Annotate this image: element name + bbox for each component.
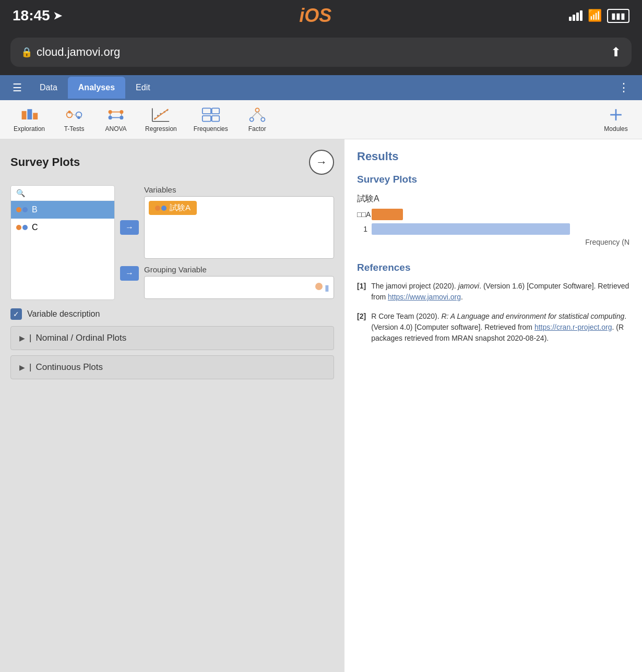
svg-rect-24: [203, 108, 211, 114]
continuous-section-separator: |: [29, 362, 31, 373]
assign-grouping-button[interactable]: →: [120, 266, 139, 281]
variable-list: 🔍 B C: [10, 185, 115, 300]
more-options-icon[interactable]: ⋮: [611, 77, 637, 99]
url-bar[interactable]: 🔒 cloud.jamovi.org ⬆: [10, 38, 632, 67]
ttests-icon: [64, 106, 85, 123]
svg-rect-26: [203, 116, 211, 122]
var-dot-c: [16, 225, 28, 230]
variable-list-item-c[interactable]: C: [11, 219, 114, 236]
grouping-icons: ▮: [315, 283, 329, 293]
lock-icon: 🔒: [21, 46, 32, 58]
anova-icon: [105, 106, 126, 123]
nominal-ordinal-section[interactable]: ▶ | Nominal / Ordinal Plots: [10, 326, 334, 350]
panel-header: Survey Plots →: [10, 150, 334, 175]
svg-point-6: [68, 111, 70, 113]
variables-target-box[interactable]: 試験A: [144, 196, 334, 259]
continuous-section-label: Continuous Plots: [35, 362, 103, 373]
svg-line-31: [252, 112, 257, 118]
continuous-collapse-arrow: ▶: [19, 363, 25, 371]
svg-rect-1: [27, 109, 32, 119]
modules-label: Modules: [604, 125, 627, 133]
system-icons: 📶 ▮▮▮: [569, 9, 629, 23]
factor-label: Factor: [248, 125, 266, 133]
chart-area: 試験A □□A 1 Frequency (N: [357, 194, 629, 246]
variable-description-checkbox[interactable]: ✓: [10, 308, 22, 320]
toolbar-item-factor[interactable]: Factor: [236, 103, 278, 136]
nominal-section-label: Nominal / Ordinal Plots: [35, 333, 126, 343]
tab-edit[interactable]: Edit: [125, 77, 161, 99]
left-panel: Survey Plots → 🔍 B: [0, 139, 344, 672]
main-content: Survey Plots → 🔍 B: [0, 139, 642, 672]
variable-targets: Variables 試験A Grouping Variable: [144, 185, 334, 300]
svg-point-7: [77, 116, 80, 119]
wifi-icon: 📶: [588, 9, 602, 22]
grouping-bar-icon: ▮: [325, 283, 329, 293]
arrow-buttons: → →: [120, 185, 139, 300]
url-text: cloud.jamovi.org: [37, 45, 120, 59]
location-icon: ➤: [53, 9, 62, 22]
chart-row-1: 1: [357, 223, 629, 235]
toolbar-item-modules[interactable]: Modules: [595, 103, 637, 136]
variables-section: 🔍 B C →: [10, 185, 334, 300]
ref-1-text: The jamovi project (2020). jamovi. (Vers…: [371, 281, 629, 303]
variable-description-label: Variable description: [27, 309, 100, 319]
tab-data[interactable]: Data: [29, 77, 68, 99]
regression-icon: [150, 106, 171, 123]
svg-point-30: [261, 117, 265, 121]
survey-plots-title: Survey Plots: [357, 174, 629, 185]
svg-point-11: [120, 116, 123, 119]
reference-item-1: [1] The jamovi project (2020). jamovi. (…: [357, 281, 629, 303]
status-time: 18:45 ➤: [13, 7, 62, 24]
variable-c-label: C: [32, 223, 38, 232]
toolbar-item-frequencies[interactable]: Frequencies: [185, 103, 236, 136]
continuous-section[interactable]: ▶ | Continuous Plots: [10, 355, 334, 379]
regression-label: Regression: [145, 125, 177, 133]
variable-list-header: 🔍: [11, 186, 114, 201]
svg-point-28: [255, 108, 259, 112]
assigned-variable-chip[interactable]: 試験A: [149, 201, 197, 215]
svg-line-21: [154, 109, 169, 119]
assign-variables-button[interactable]: →: [120, 220, 139, 235]
hamburger-menu[interactable]: ☰: [5, 77, 29, 98]
svg-point-9: [109, 116, 112, 119]
chart-label: 試験A: [357, 194, 629, 205]
tab-analyses[interactable]: Analyses: [68, 77, 125, 99]
factor-icon: [247, 106, 268, 123]
ref-1-link[interactable]: https://www.jamovi.org: [388, 293, 461, 301]
chart-row-0: □□A: [357, 209, 629, 220]
toolbar-item-ttests[interactable]: T-Tests: [53, 103, 95, 136]
grouping-target-box[interactable]: ▮: [144, 276, 334, 299]
toolbar-item-regression[interactable]: Regression: [137, 103, 185, 136]
reference-item-2: [2] R Core Team (2020). R: A Language an…: [357, 311, 629, 344]
toolbar-item-anova[interactable]: ANOVA: [95, 103, 137, 136]
chart-row-0-label: □□A: [357, 210, 367, 219]
frequencies-label: Frequencies: [194, 125, 228, 133]
ref-2-link[interactable]: https://cran.r-project.org: [534, 323, 612, 331]
references-section: References [1] The jamovi project (2020)…: [357, 262, 629, 344]
time-display: 18:45: [13, 7, 50, 24]
toolbar-item-exploration[interactable]: Exploration: [5, 103, 53, 136]
share-button[interactable]: ⬆: [611, 45, 621, 59]
variable-list-item-b[interactable]: B: [11, 201, 114, 219]
variable-description-row: ✓ Variable description: [10, 308, 334, 320]
references-title: References: [357, 262, 629, 273]
panel-title: Survey Plots: [10, 155, 80, 169]
right-panel: Results Survey Plots 試験A □□A 1 Frequency…: [344, 139, 642, 672]
grouping-dot-orange: [315, 283, 323, 293]
svg-rect-25: [212, 108, 219, 114]
frequencies-icon: [200, 106, 221, 123]
ref-1-num: [1]: [357, 281, 366, 303]
list-search-icon[interactable]: 🔍: [16, 189, 25, 197]
results-title: Results: [357, 150, 629, 163]
variable-b-label: B: [32, 205, 38, 214]
ttests-label: T-Tests: [64, 125, 85, 133]
panel-nav-button[interactable]: →: [309, 150, 334, 175]
svg-point-10: [120, 110, 123, 114]
var-dot-b: [16, 207, 28, 212]
nominal-section-separator: |: [29, 333, 31, 343]
assigned-variable-name: 試験A: [170, 203, 191, 213]
svg-point-8: [109, 110, 112, 114]
ref-2-text: R Core Team (2020). R: A Language and en…: [371, 311, 629, 344]
platform-label: iOS: [299, 5, 331, 27]
battery-icon: ▮▮▮: [607, 9, 629, 23]
